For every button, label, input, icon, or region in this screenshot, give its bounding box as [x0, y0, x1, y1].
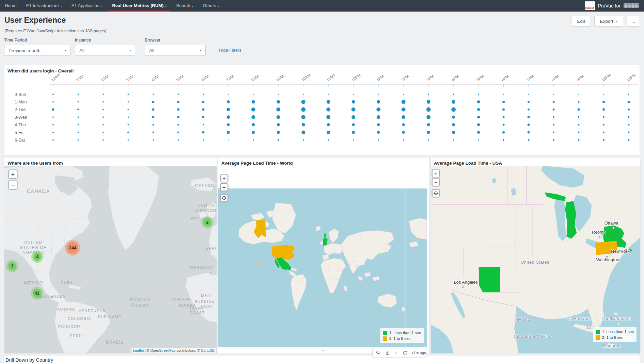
- world-map-legend: 1. Less than 1 sec2. 1 to 5 sec: [380, 328, 424, 343]
- browser-select[interactable]: All ▾: [145, 45, 206, 56]
- cluster-marker[interactable]: 2: [201, 216, 214, 229]
- svg-text:La Habana: La Habana: [567, 316, 590, 321]
- login-punchcard-panel: When did users login - Overall 12AM1AM2A…: [4, 65, 640, 155]
- tile-seam: [406, 188, 406, 347]
- export-button[interactable]: Export▾: [594, 16, 623, 27]
- users-map-title: Where are the users from: [7, 161, 217, 166]
- usa-map-legend: 1. Less than 1 sec2. 1 to 5 sec: [593, 327, 637, 342]
- legend-label: 1. Less than 1 sec: [602, 329, 634, 335]
- map-zoom-control: + −: [432, 170, 440, 198]
- nav-item-search[interactable]: Search▾: [171, 0, 198, 12]
- legend-swatch: [596, 330, 600, 334]
- users-map-panel: Where are the users from CANADAICELANDUN…: [4, 157, 217, 354]
- instance-label: Instance: [75, 38, 135, 43]
- drilldown-title: Drill Down by Country: [5, 357, 53, 363]
- svg-text:MOROCCO: MOROCCO: [190, 265, 213, 269]
- world-map-canvas[interactable]: [218, 188, 427, 347]
- caret-down-icon: ▾: [101, 5, 103, 8]
- export-label: Export: [600, 19, 613, 24]
- cluster-marker[interactable]: 4: [31, 251, 44, 263]
- attribution-link[interactable]: Leaflet: [133, 348, 144, 352]
- instance-select[interactable]: All ▾: [75, 45, 135, 56]
- locate-button[interactable]: [432, 189, 440, 197]
- edit-button[interactable]: Edit: [571, 16, 591, 27]
- svg-text:7AM: 7AM: [225, 74, 234, 82]
- info-icon[interactable]: i: [394, 350, 398, 355]
- svg-text:SENEGAL: SENEGAL: [171, 297, 192, 301]
- nav-item-others[interactable]: Others▾: [198, 0, 224, 12]
- cluster-marker[interactable]: 41: [31, 287, 44, 300]
- caret-down-icon: ▾: [616, 20, 617, 23]
- product-name: ProVue for: [598, 3, 621, 9]
- svg-text:ICELAND: ICELAND: [193, 183, 215, 188]
- svg-text:10PM: 10PM: [601, 73, 611, 82]
- cluster-marker[interactable]: 244: [65, 240, 80, 256]
- nav-item-label: Search: [176, 3, 190, 8]
- svg-text:4-Thu: 4-Thu: [15, 122, 26, 127]
- nav-item-e1-infrastructure[interactable]: E1 Infrastructure▾: [21, 0, 67, 12]
- svg-text:41: 41: [35, 291, 40, 296]
- nav-item-real-user-metrics-rum-[interactable]: Real User Metrics (RUM)▾: [107, 0, 171, 12]
- header-buttons: Edit Export▾ ...: [571, 16, 640, 27]
- svg-text:10AM: 10AM: [301, 73, 311, 82]
- browser-label: Browser: [145, 38, 206, 43]
- zoom-out-button[interactable]: −: [9, 181, 17, 189]
- world-map-title: Average Page Load Time - World: [221, 161, 429, 166]
- zoom-in-button[interactable]: +: [9, 170, 17, 179]
- svg-text:5-Fri: 5-Fri: [15, 130, 23, 135]
- svg-text:United States: United States: [521, 260, 549, 265]
- svg-text:244: 244: [69, 245, 77, 250]
- instance-filter: Instance All ▾: [75, 38, 135, 56]
- usa-map-canvas[interactable]: OttawaTorontoNew YorkWashingtonLos Angel…: [431, 166, 640, 353]
- hide-filters-link[interactable]: Hide Filters: [219, 48, 241, 53]
- svg-text:4: 4: [36, 254, 38, 259]
- attribution-link[interactable]: OpenStreetMap: [150, 348, 175, 352]
- cluster-marker[interactable]: 3: [6, 260, 18, 272]
- svg-text:7PM: 7PM: [526, 74, 535, 82]
- more-button[interactable]: ...: [627, 16, 640, 27]
- reset-icon[interactable]: [403, 350, 407, 355]
- map-attribution: Leaflet | © OpenStreetMap contributors, …: [131, 348, 216, 353]
- usa-loadtime-panel: Average Page Load Time - USA: [430, 157, 641, 354]
- map-zoom-control: + −: [220, 175, 228, 203]
- locate-button[interactable]: [220, 194, 228, 202]
- svg-text:New York: New York: [611, 249, 630, 254]
- browser-value: All: [149, 48, 154, 53]
- svg-text:5AM: 5AM: [175, 74, 184, 82]
- users-map-canvas[interactable]: CANADAICELANDUNITEDKINGDOMIRELANDUNITEDS…: [4, 166, 217, 353]
- attribution-text: | ©: [144, 348, 150, 352]
- download-icon[interactable]: [385, 350, 390, 355]
- map-zoom-control: + −: [9, 170, 17, 192]
- svg-text:12AM: 12AM: [50, 73, 61, 82]
- svg-text:8PM: 8PM: [551, 74, 560, 82]
- attribution-text: contributors, ©: [175, 348, 201, 352]
- legend-label: 1. Less than 1 sec: [389, 330, 421, 336]
- caret-down-icon: ▾: [192, 5, 193, 8]
- drilldown-panel: Drill Down by Country: [4, 355, 640, 363]
- login-punchcard-chart: 12AM1AM2AM3AM4AM5AM6AM7AM8AM9AM10AM11AM1…: [4, 73, 640, 155]
- svg-text:12PM: 12PM: [351, 73, 361, 82]
- attribution-link[interactable]: CartoDB: [201, 348, 215, 352]
- svg-text:KINGDOM: KINGDOM: [195, 209, 217, 213]
- svg-text:2PM: 2PM: [401, 74, 410, 82]
- svg-text:CANADA: CANADA: [27, 188, 50, 194]
- zoom-out-button[interactable]: −: [220, 183, 228, 191]
- svg-text:VENEZUELA: VENEZUELA: [79, 309, 106, 313]
- time-period-select[interactable]: Previous month ▾: [4, 45, 70, 56]
- browser-filter: Browser All ▾: [145, 38, 206, 56]
- svg-text:1-Mon: 1-Mon: [15, 100, 27, 104]
- svg-text:2AM: 2AM: [100, 74, 109, 82]
- zoom-out-button[interactable]: −: [432, 179, 440, 186]
- caret-down-icon: ▾: [218, 5, 219, 8]
- search-icon[interactable]: [376, 350, 381, 355]
- svg-text:4AM: 4AM: [151, 74, 159, 82]
- nav-item-home[interactable]: Home: [0, 0, 21, 12]
- nav-item-e1-application[interactable]: E1 Application▾: [67, 0, 107, 12]
- customer-name-redacted: [624, 3, 639, 8]
- time-period-filter: Time Period Previous month ▾: [4, 38, 70, 56]
- svg-text:BRAZIL: BRAZIL: [106, 340, 124, 345]
- svg-text:3-Wed: 3-Wed: [15, 115, 27, 120]
- zoom-in-button[interactable]: +: [220, 175, 228, 182]
- zoom-in-button[interactable]: +: [432, 170, 440, 177]
- svg-text:SPAIN: SPAIN: [205, 246, 217, 251]
